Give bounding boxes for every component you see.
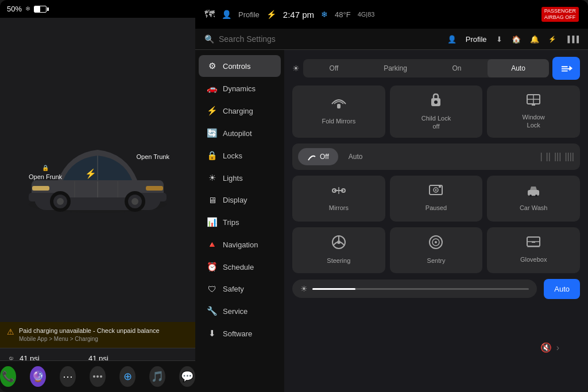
sidebar-item-display[interactable]: 🖥 Display: [199, 189, 281, 211]
nav-person-icon: 👤: [222, 10, 231, 19]
svg-rect-41: [439, 186, 441, 188]
sidebar-item-dynamics[interactable]: 🚗 Dynamics: [199, 77, 281, 99]
wiper-speed3-icon[interactable]: |||: [554, 152, 561, 162]
open-frunk-label[interactable]: 🔒 Open Frunk: [29, 164, 62, 181]
bell-icon: 🔔: [530, 35, 539, 44]
charging-label: Charging: [223, 107, 253, 115]
window-lock-label: WindowLock: [523, 113, 545, 130]
phone-icon[interactable]: 📞: [0, 366, 16, 387]
svg-point-8: [57, 198, 64, 205]
search-input-wrap: 🔍: [204, 34, 447, 44]
sidebar-item-service[interactable]: 🔧 Service: [199, 300, 281, 322]
wiper-speed2-icon[interactable]: ||: [546, 152, 551, 162]
alert-icon: ⚠: [7, 327, 14, 336]
brightness-bar[interactable]: [312, 288, 529, 290]
brightness-sun-icon: ☀: [300, 284, 308, 293]
bluetooth-icon: ⚡: [548, 36, 556, 43]
light-auto-btn[interactable]: Auto: [488, 59, 549, 77]
mirrors-label: Mirrors: [329, 204, 349, 212]
alert-sub: Mobile App > Menu > Charging: [19, 335, 160, 343]
light-parking-btn[interactable]: Parking: [365, 59, 426, 77]
search-right: 👤 Profile ⬇ 🏠 🔔 ⚡ ▐▐▐: [447, 35, 579, 44]
apps-icon[interactable]: ⋯: [60, 366, 76, 387]
dynamics-icon: 🚗: [207, 83, 217, 94]
left-panel: 50% ❄: [0, 0, 195, 392]
mute-icon[interactable]: 🔇: [540, 342, 552, 353]
auto-climate-btn[interactable]: Auto: [544, 279, 580, 299]
signal-bars-icon: ▐▐▐: [566, 36, 579, 42]
car-wash-card[interactable]: Car Wash: [487, 176, 580, 222]
nav-snowflake-icon: ❄: [321, 10, 328, 19]
sidebar-item-schedule[interactable]: ⏰ Schedule: [199, 256, 281, 278]
bottom-controls: ☀ Auto: [292, 279, 580, 299]
sidebar-item-navigation[interactable]: 🔺 Navigation: [199, 234, 281, 255]
paused-label: Paused: [425, 204, 447, 212]
light-on-btn[interactable]: On: [426, 59, 488, 77]
sidebar-item-charging[interactable]: ⚡ Charging: [199, 100, 281, 122]
media-icon[interactable]: 🎵: [149, 366, 165, 387]
wiper-speed4-icon[interactable]: ||||: [564, 152, 574, 162]
fan-icon[interactable]: ⊕: [119, 366, 136, 387]
software-icon: ⬇: [207, 328, 217, 339]
screen-container: 50% ❄: [0, 0, 588, 392]
msg-icon[interactable]: 💬: [179, 366, 195, 387]
sidebar-item-trips[interactable]: 📊 Trips: [199, 211, 281, 233]
light-mode-row: ☀ Off Parking On Auto: [292, 57, 580, 80]
locks-label: Locks: [223, 152, 242, 160]
svg-point-22: [96, 375, 99, 378]
sidebar-item-software[interactable]: ⬇ Software: [199, 323, 281, 344]
paused-card[interactable]: Paused: [390, 176, 483, 222]
function-cards-row: Mirrors Paused: [292, 176, 580, 222]
sidebar-item-locks[interactable]: 🔒 Locks: [199, 145, 281, 166]
controls-label: Controls: [223, 62, 250, 71]
sidebar-item-safety[interactable]: 🛡 Safety: [199, 278, 281, 300]
headlights-blue-btn[interactable]: [552, 57, 580, 80]
child-lock-label: Child Lockoff: [421, 114, 451, 131]
nav-map-icon: 🗺: [204, 9, 215, 21]
search-icon: 🔍: [204, 34, 214, 44]
svg-rect-25: [562, 68, 570, 69]
sentry-card[interactable]: Sentry: [390, 227, 483, 273]
steering-card[interactable]: Steering: [292, 227, 385, 273]
nav-profile[interactable]: Profile: [238, 10, 260, 19]
autopilot-icon: 🔄: [207, 128, 217, 138]
status-bar: 50% ❄: [0, 0, 195, 18]
main-content: ⚙ Controls 🚗 Dynamics ⚡ Charging 🔄 Autop…: [195, 50, 588, 392]
sidebar-nav: ⚙ Controls 🚗 Dynamics ⚡ Charging 🔄 Autop…: [195, 50, 284, 392]
sidebar-item-autopilot[interactable]: 🔄 Autopilot: [199, 122, 281, 144]
camera-icon[interactable]: 🔮: [30, 366, 46, 387]
person-icon: 👤: [447, 35, 457, 44]
controls-panel: ☀ Off Parking On Auto: [284, 50, 588, 392]
volume-controls: 🔇 ›: [540, 342, 559, 353]
svg-point-46: [337, 240, 341, 244]
mirrors-card[interactable]: Mirrors: [292, 176, 385, 222]
lights-label: Lights: [223, 174, 243, 183]
glovebox-card[interactable]: Glovebox: [487, 227, 580, 273]
search-input[interactable]: [219, 34, 447, 44]
download-icon: ⬇: [496, 35, 502, 44]
sidebar-item-controls[interactable]: ⚙ Controls: [199, 55, 281, 77]
wiper-pause-icon[interactable]: |: [540, 152, 542, 162]
svg-point-44: [535, 195, 537, 197]
fold-mirrors-card[interactable]: Fold Mirrors: [292, 86, 385, 138]
child-lock-card[interactable]: Child Lockoff: [390, 86, 483, 138]
navigation-label: Navigation: [223, 240, 258, 249]
charging-icon: ⚡: [207, 106, 217, 116]
profile-btn[interactable]: Profile: [466, 35, 487, 44]
battery-icon: ❄: [25, 5, 30, 13]
window-lock-card[interactable]: WindowLock: [487, 86, 580, 138]
wiper-auto-btn[interactable]: Auto: [343, 149, 369, 165]
service-icon: 🔧: [207, 306, 217, 316]
nav-left: 🗺 👤 Profile ⚡ 2:47 pm ❄ 48°F 4G|83: [204, 9, 374, 21]
sidebar-item-lights[interactable]: ☀ Lights: [199, 167, 281, 189]
sentry-label: Sentry: [427, 257, 446, 265]
trips-label: Trips: [223, 218, 239, 227]
wiper-off-btn[interactable]: Off: [298, 148, 338, 165]
svg-rect-13: [146, 186, 163, 191]
light-off-btn[interactable]: Off: [303, 59, 365, 77]
svg-rect-53: [532, 242, 535, 243]
display-icon: 🖥: [207, 195, 217, 205]
svg-point-30: [434, 100, 438, 104]
open-trunk-label[interactable]: Open Trunk: [137, 153, 169, 161]
more-icon[interactable]: [90, 366, 106, 387]
